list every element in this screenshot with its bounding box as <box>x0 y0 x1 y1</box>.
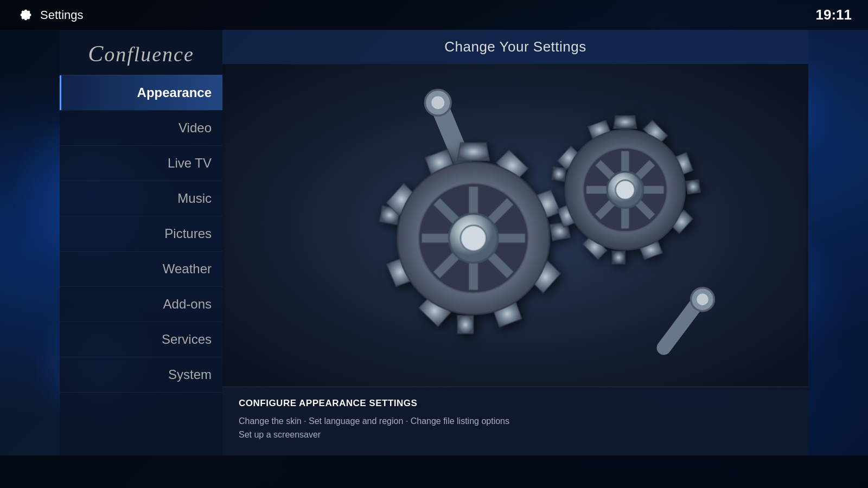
sidebar-item-pictures[interactable]: Pictures <box>60 216 222 251</box>
gears-area <box>222 64 808 387</box>
sidebar-item-addons-label: Add-ons <box>163 297 212 311</box>
topbar-time: 19:11 <box>816 7 852 23</box>
sidebar-item-pictures-label: Pictures <box>164 226 212 241</box>
sidebar-item-weather[interactable]: Weather <box>60 251 222 286</box>
svg-point-22 <box>615 180 635 200</box>
sidebar-item-system[interactable]: System <box>60 357 222 393</box>
sidebar-item-music[interactable]: Music <box>60 181 222 216</box>
svg-point-4 <box>431 96 444 109</box>
desc-title: CONFIGURE APPEARANCE SETTINGS <box>239 398 792 409</box>
sidebar-item-music-label: Music <box>177 191 212 206</box>
sidebar-item-system-label: System <box>168 367 212 382</box>
sidebar-item-livetv-label: Live TV <box>168 156 212 170</box>
confluence-logo: Confluence <box>71 41 212 67</box>
sidebar-item-livetv[interactable]: Live TV <box>60 145 222 181</box>
sidebar-item-addons[interactable]: Add-ons <box>60 286 222 322</box>
desc-line1: Change the skin · Set language and regio… <box>239 416 509 426</box>
settings-gear-icon <box>16 7 34 24</box>
svg-point-6 <box>697 294 708 305</box>
topbar-title: Settings <box>40 8 84 22</box>
topbar: Settings 19:11 <box>0 0 868 30</box>
sidebar-item-services-label: Services <box>162 332 212 346</box>
logo-area: Confluence <box>60 30 222 75</box>
gears-image <box>222 64 808 387</box>
svg-point-14 <box>461 225 487 251</box>
topbar-left: Settings <box>16 7 84 24</box>
main-container: Confluence Appearance Video Live TV Musi… <box>60 30 808 455</box>
desc-line2: Set up a screensaver <box>239 430 321 439</box>
sidebar-item-weather-label: Weather <box>163 261 212 276</box>
sidebar-item-appearance-label: Appearance <box>137 85 212 100</box>
sidebar-item-services[interactable]: Services <box>60 322 222 357</box>
content-area: Change Your Settings <box>222 30 808 455</box>
content-header: Change Your Settings <box>222 30 808 64</box>
sidebar-item-appearance[interactable]: Appearance <box>60 75 222 110</box>
content-header-title: Change Your Settings <box>444 38 586 55</box>
sidebar-item-video-label: Video <box>178 120 212 135</box>
desc-body: Change the skin · Set language and regio… <box>239 414 792 442</box>
bottom-bar <box>0 455 868 488</box>
sidebar: Confluence Appearance Video Live TV Musi… <box>60 30 222 455</box>
sidebar-item-video[interactable]: Video <box>60 110 222 145</box>
description-area: CONFIGURE APPEARANCE SETTINGS Change the… <box>222 387 808 455</box>
